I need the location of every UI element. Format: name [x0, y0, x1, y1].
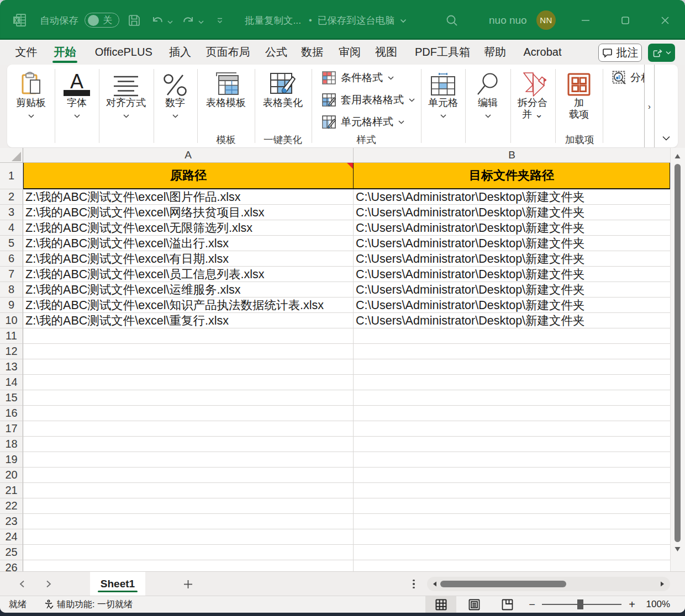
row-number-6[interactable]: 6 — [0, 251, 23, 267]
row-number-18[interactable]: 18 — [0, 437, 23, 452]
row-number-9[interactable]: 9 — [0, 298, 23, 313]
sheet-tab-options-icon[interactable] — [410, 577, 418, 591]
cell-A24[interactable] — [23, 529, 354, 545]
scroll-right-icon[interactable] — [660, 581, 665, 587]
search-icon[interactable] — [445, 0, 459, 40]
accessibility-status[interactable]: 辅助功能: 一切就绪 — [44, 596, 133, 613]
menu-tab-acrobat[interactable]: Acrobat — [524, 41, 562, 63]
ribbon-button-font[interactable]: A 字体 — [63, 65, 91, 147]
menu-tab-insert[interactable]: 插入 — [169, 41, 191, 63]
cell-B18[interactable] — [354, 437, 670, 452]
ribbon-button-conditional-formatting[interactable]: 条件格式 — [322, 71, 394, 85]
zoom-out-button[interactable]: − — [524, 596, 540, 613]
row-number-4[interactable]: 4 — [0, 220, 23, 236]
cell-B20[interactable] — [354, 468, 670, 483]
cell-A19[interactable] — [23, 452, 354, 468]
cell-A3[interactable]: Z:\我的ABC测试文件\excel\网络扶贫项目.xlsx — [23, 205, 354, 220]
menu-tab-formulas[interactable]: 公式 — [265, 41, 287, 63]
ribbon-button-analyze-data[interactable]: 分析数据 — [612, 71, 644, 85]
view-page-break-button[interactable] — [492, 596, 523, 613]
previous-sheet-icon[interactable] — [16, 578, 28, 590]
zoom-percentage[interactable]: 100% — [642, 596, 670, 613]
row-number-23[interactable]: 23 — [0, 514, 23, 529]
cell-B2[interactable]: C:\Users\Administrator\Desktop\新建文件夹 — [354, 189, 670, 205]
cell-A6[interactable]: Z:\我的ABC测试文件\excel\有日期.xlsx — [23, 251, 354, 267]
vertical-scrollbar-thumb[interactable] — [675, 164, 681, 542]
autosave-toggle[interactable]: 关 — [85, 13, 119, 28]
menu-tab-home[interactable]: 开始 — [54, 41, 76, 63]
row-number-17[interactable]: 17 — [0, 421, 23, 437]
cell-B19[interactable] — [354, 452, 670, 468]
row-number-3[interactable]: 3 — [0, 205, 23, 220]
column-header-b[interactable]: B — [354, 148, 670, 162]
menu-tab-pdf-toolbox[interactable]: PDF工具箱 — [415, 41, 470, 63]
row-number-22[interactable]: 22 — [0, 498, 23, 514]
ribbon-scroll-right-button[interactable]: › — [644, 65, 655, 147]
view-page-layout-button[interactable] — [459, 596, 489, 613]
row-number-1[interactable]: 1 — [0, 163, 23, 189]
window-title[interactable]: 批量复制文... • 已保存到这台电脑 — [245, 0, 407, 40]
share-button[interactable] — [648, 44, 675, 62]
zoom-slider[interactable] — [542, 604, 621, 605]
cell-A7[interactable]: Z:\我的ABC测试文件\excel\员工信息列表.xlsx — [23, 267, 354, 282]
row-number-7[interactable]: 7 — [0, 267, 23, 282]
undo-button[interactable] — [150, 0, 173, 40]
cell-B25[interactable] — [354, 545, 670, 560]
ribbon-button-clipboard[interactable]: 剪贴板 — [16, 65, 46, 147]
row-number-19[interactable]: 19 — [0, 452, 23, 468]
row-number-5[interactable]: 5 — [0, 236, 23, 251]
cell-A4[interactable]: Z:\我的ABC测试文件\excel\无限筛选列.xlsx — [23, 220, 354, 236]
zoom-in-button[interactable]: + — [624, 596, 640, 613]
new-sheet-button[interactable] — [181, 577, 194, 591]
cell-B12[interactable] — [354, 344, 670, 359]
cell-B26[interactable] — [354, 560, 670, 571]
cell-B1[interactable]: 目标文件夹路径 — [354, 163, 670, 189]
cell-A2[interactable]: Z:\我的ABC测试文件\excel\图片作品.xlsx — [23, 189, 354, 205]
menu-tab-officeplus[interactable]: OfficePLUS — [95, 41, 152, 63]
scroll-left-icon[interactable] — [432, 581, 438, 587]
cell-B17[interactable] — [354, 421, 670, 437]
sheet-tab-sheet1[interactable]: Sheet1 — [90, 572, 145, 596]
select-all-corner[interactable] — [0, 148, 23, 163]
cell-B21[interactable] — [354, 483, 670, 498]
cell-A21[interactable] — [23, 483, 354, 498]
cell-B16[interactable] — [354, 406, 670, 421]
zoom-slider-thumb[interactable] — [577, 599, 583, 609]
row-number-2[interactable]: 2 — [0, 189, 23, 205]
cell-A20[interactable] — [23, 468, 354, 483]
cell-B10[interactable]: C:\Users\Administrator\Desktop\新建文件夹 — [354, 313, 670, 328]
scroll-up-icon[interactable] — [675, 153, 681, 159]
row-number-8[interactable]: 8 — [0, 282, 23, 298]
excel-app-icon[interactable]: X — [12, 0, 27, 40]
cell-A5[interactable]: Z:\我的ABC测试文件\excel\溢出行.xlsx — [23, 236, 354, 251]
cell-B9[interactable]: C:\Users\Administrator\Desktop\新建文件夹 — [354, 298, 670, 313]
minimize-button[interactable] — [573, 0, 598, 40]
cell-A16[interactable] — [23, 406, 354, 421]
column-header-a[interactable]: A — [23, 148, 354, 162]
cell-A10[interactable]: Z:\我的ABC测试文件\excel\重复行.xlsx — [23, 313, 354, 328]
status-ready[interactable]: 就绪 — [9, 596, 27, 613]
cell-A26[interactable] — [23, 560, 354, 571]
save-button[interactable] — [127, 0, 141, 40]
row-number-12[interactable]: 12 — [0, 344, 23, 359]
maximize-button[interactable] — [613, 0, 638, 40]
cell-A23[interactable] — [23, 514, 354, 529]
vertical-scrollbar[interactable] — [670, 148, 685, 571]
cell-B24[interactable] — [354, 529, 670, 545]
row-number-15[interactable]: 15 — [0, 390, 23, 406]
cell-A25[interactable] — [23, 545, 354, 560]
comments-button[interactable]: 批注 — [598, 44, 642, 62]
cell-B13[interactable] — [354, 359, 670, 375]
horizontal-scrollbar-thumb[interactable] — [440, 581, 566, 587]
menu-tab-view[interactable]: 视图 — [375, 41, 397, 63]
menu-tab-review[interactable]: 审阅 — [339, 41, 361, 63]
cell-B22[interactable] — [354, 498, 670, 514]
row-number-21[interactable]: 21 — [0, 483, 23, 498]
cell-B5[interactable]: C:\Users\Administrator\Desktop\新建文件夹 — [354, 236, 670, 251]
row-number-26[interactable]: 26 — [0, 560, 23, 571]
row-number-10[interactable]: 10 — [0, 313, 23, 328]
cell-B23[interactable] — [354, 514, 670, 529]
cell-A9[interactable]: Z:\我的ABC测试文件\excel\知识产品执法数据统计表.xlsx — [23, 298, 354, 313]
cell-B11[interactable] — [354, 328, 670, 344]
row-number-13[interactable]: 13 — [0, 359, 23, 375]
